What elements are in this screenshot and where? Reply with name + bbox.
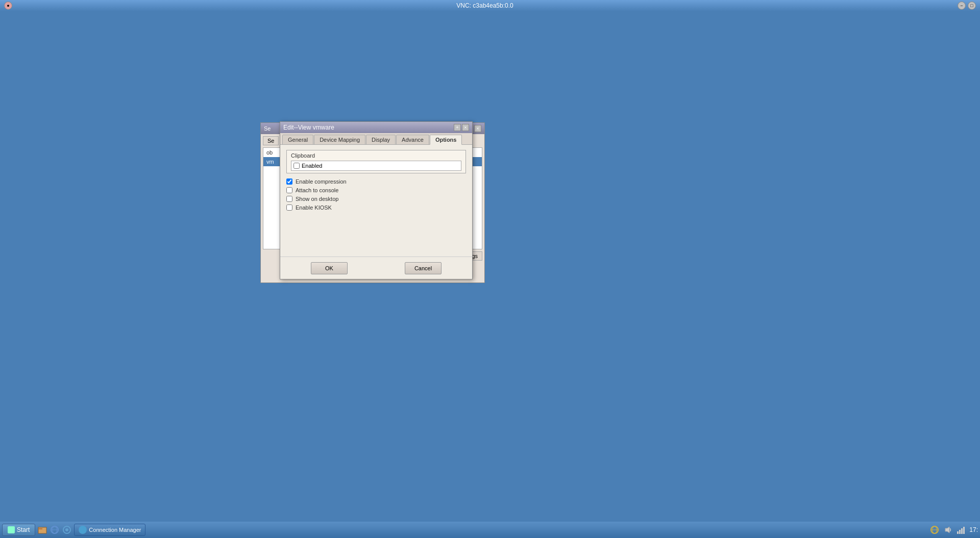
svg-rect-1 xyxy=(38,528,42,529)
enable-compression-checkbox[interactable] xyxy=(286,178,292,185)
enable-compression-row: Enable compression xyxy=(286,178,466,185)
dialog-footer: OK Cancel xyxy=(280,257,472,279)
show-desktop-label: Show on desktop xyxy=(296,196,338,202)
ok-button[interactable]: OK xyxy=(311,262,348,274)
svg-rect-14 xyxy=(963,527,965,534)
title-bar-controls: − □ xyxy=(958,2,976,10)
clipboard-value: Enabled xyxy=(302,163,459,169)
attach-console-row: Attach to console xyxy=(286,187,466,193)
edit-view-dialog: Edit--View vmware + × General Device Map… xyxy=(280,121,473,279)
taskbar-time: 17: xyxy=(969,526,978,533)
start-label: Start xyxy=(17,526,30,533)
minimize-button[interactable]: − xyxy=(958,2,966,10)
taskbar-right: 17: xyxy=(929,525,978,535)
tab-device-mapping[interactable]: Device Mapping xyxy=(314,135,365,144)
start-icon xyxy=(8,526,15,533)
connection-manager-label: Connection Manager xyxy=(89,527,141,533)
bg-window-title: Se xyxy=(264,125,271,132)
connection-manager-icon xyxy=(79,526,87,534)
clipboard-dropdown[interactable]: Enabled xyxy=(291,161,461,171)
dialog-titlebar: Edit--View vmware + × xyxy=(280,122,472,133)
dialog-maximize-btn[interactable]: + xyxy=(454,124,461,131)
cancel-button[interactable]: Cancel xyxy=(405,262,442,274)
speaker-icon[interactable] xyxy=(943,525,953,535)
taskbar-browser-icon[interactable] xyxy=(50,525,60,535)
taskbar: Start Connection Manager xyxy=(0,522,980,538)
close-button[interactable]: ● xyxy=(4,2,12,10)
network-tray-icon[interactable] xyxy=(956,525,966,535)
clipboard-section: Clipboard Enabled xyxy=(286,150,466,173)
svg-rect-11 xyxy=(957,531,959,534)
show-desktop-checkbox[interactable] xyxy=(286,196,292,202)
tab-general[interactable]: General xyxy=(282,135,313,144)
dialog-title: Edit--View vmware xyxy=(283,124,334,131)
dialog-titlebar-controls: + × xyxy=(454,124,469,131)
enable-kiosk-row: Enable KIOSK xyxy=(286,204,466,211)
bg-toolbar-btn-search[interactable]: Se xyxy=(263,136,279,145)
dialog-close-btn[interactable]: × xyxy=(462,124,469,131)
globe-icon[interactable] xyxy=(929,525,940,535)
clipboard-enabled-checkbox[interactable] xyxy=(293,163,300,169)
svg-rect-13 xyxy=(961,528,963,534)
attach-console-checkbox[interactable] xyxy=(286,187,292,193)
tab-options[interactable]: Options xyxy=(430,135,462,145)
taskbar-file-manager-icon[interactable] xyxy=(37,525,47,535)
enable-compression-label: Enable compression xyxy=(296,178,347,185)
connection-manager-item[interactable]: Connection Manager xyxy=(74,524,145,536)
maximize-button[interactable]: □ xyxy=(968,2,976,10)
tab-display[interactable]: Display xyxy=(366,135,396,144)
title-bar: ● VNC: c3ab4ea5b:0.0 − □ xyxy=(0,0,980,11)
taskbar-network-icon[interactable] xyxy=(62,525,72,535)
dialog-body: Clipboard Enabled Enable compression Att… xyxy=(280,145,472,218)
show-desktop-row: Show on desktop xyxy=(286,196,466,202)
svg-rect-12 xyxy=(959,530,961,534)
dialog-tabs: General Device Mapping Display Advance O… xyxy=(280,133,472,145)
svg-marker-10 xyxy=(945,527,949,533)
start-button[interactable]: Start xyxy=(2,524,35,536)
svg-point-6 xyxy=(65,528,68,531)
enable-kiosk-checkbox[interactable] xyxy=(286,204,292,211)
svg-rect-0 xyxy=(38,527,46,533)
attach-console-label: Attach to console xyxy=(296,187,338,193)
window-title: VNC: c3ab4ea5b:0.0 xyxy=(12,2,958,9)
bg-close-btn[interactable]: × xyxy=(474,125,481,132)
enable-kiosk-label: Enable KIOSK xyxy=(296,204,332,211)
clipboard-title: Clipboard xyxy=(291,152,461,159)
tab-advance[interactable]: Advance xyxy=(396,135,429,144)
